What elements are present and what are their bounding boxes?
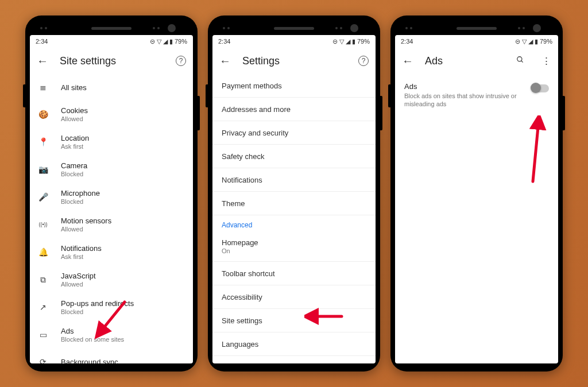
site-settings-item-background-sync[interactable]: ⟳Background sync [30, 349, 193, 363]
item-title: Safety check [222, 152, 366, 161]
item-title: Site settings [222, 316, 366, 325]
wifi-icon: ▽ [157, 38, 161, 45]
site-settings-item-all-sites[interactable]: ≣All sites [30, 74, 193, 100]
item-sub: Blocked [61, 198, 100, 205]
wifi-icon: ▽ [522, 38, 527, 45]
status-time: 2:34 [36, 38, 48, 45]
app-bar: ← Ads ⋮ [395, 48, 558, 74]
item-title: JavaScript [61, 272, 96, 280]
status-bar: 2:34 ⊝ ▽ ◢ ▮ 79% [395, 35, 558, 48]
phone-frame-1: 2:34 ⊝ ▽ ◢ ▮ 79% ← Site settings ? ≣All … [25, 16, 198, 371]
phone-frame-2: 2:34 ⊝ ▽ ◢ ▮ 79% ← Settings ? Payment me… [208, 16, 380, 371]
ads-row-desc: Block ads on sites that show intrusive o… [404, 92, 526, 109]
site-settings-item-pop-ups-and-redirects[interactable]: ↗Pop-ups and redirectsBlocked [30, 293, 193, 321]
advanced-section-label: Advanced [212, 215, 376, 231]
settings-item-homepage[interactable]: HomepageOn [212, 231, 376, 261]
dnd-icon: ⊝ [150, 38, 155, 45]
item-sub: Ask first [61, 143, 89, 150]
back-button[interactable]: ← [402, 55, 413, 68]
item-title: Ads [61, 327, 124, 335]
item-title: Downloads [222, 363, 366, 364]
settings-item-notifications[interactable]: Notifications [212, 168, 376, 191]
site-settings-item-camera[interactable]: 📷CameraBlocked [30, 156, 193, 183]
item-title: Accessibility [222, 293, 366, 301]
settings-item-accessibility[interactable]: Accessibility [212, 285, 376, 308]
site-settings-item-location[interactable]: 📍LocationAsk first [30, 128, 193, 156]
cookie-icon: 🍪 [38, 110, 48, 119]
battery-icon: ▮ [352, 38, 355, 45]
settings-item-payment-methods[interactable]: Payment methods [212, 74, 376, 97]
help-icon[interactable]: ? [358, 56, 369, 66]
settings-item-languages[interactable]: Languages [212, 332, 376, 355]
item-title: Cookies [61, 106, 88, 115]
battery-pct: 79% [540, 38, 552, 45]
search-icon[interactable] [516, 55, 524, 67]
item-title: Notifications [61, 244, 102, 253]
back-button[interactable]: ← [219, 55, 231, 68]
dnd-icon: ⊝ [515, 38, 520, 45]
ads-toggle[interactable] [532, 84, 549, 92]
site-settings-item-cookies[interactable]: 🍪CookiesAllowed [30, 100, 193, 128]
phone-hardware [395, 21, 558, 35]
site-settings-list: ≣All sites🍪CookiesAllowed📍LocationAsk fi… [30, 74, 193, 363]
wifi-icon: ▽ [339, 38, 344, 45]
settings-item-toolbar-shortcut[interactable]: Toolbar shortcut [212, 262, 376, 285]
page-title: Site settings [60, 55, 164, 67]
site-settings-item-motion-sensors[interactable]: ((•))Motion sensorsAllowed [30, 211, 193, 238]
battery-icon: ▮ [535, 38, 538, 45]
item-title: All sites [61, 83, 87, 92]
item-title: Addresses and more [222, 105, 366, 114]
site-settings-item-notifications[interactable]: 🔔NotificationsAsk first [30, 238, 193, 266]
settings-item-theme[interactable]: Theme [212, 192, 376, 215]
status-time: 2:34 [401, 38, 413, 45]
svg-line-1 [521, 61, 523, 63]
app-bar: ← Settings ? [212, 48, 376, 74]
page-title: Settings [242, 55, 347, 67]
item-title: Toolbar shortcut [222, 269, 366, 278]
site-settings-item-javascript[interactable]: ⧉JavaScriptAllowed [30, 266, 193, 293]
item-title: Languages [222, 340, 366, 349]
help-icon[interactable]: ? [176, 56, 186, 66]
pin-icon: 📍 [38, 137, 48, 146]
list-icon: ≣ [38, 83, 48, 92]
battery-icon: ▮ [169, 38, 173, 45]
signal-icon: ◢ [163, 38, 168, 45]
item-sub: Allowed [61, 281, 96, 288]
bell-icon: 🔔 [38, 247, 48, 257]
ads-row-title: Ads [404, 82, 526, 91]
item-sub: On [222, 247, 366, 254]
sync-icon: ⟳ [38, 357, 48, 363]
page-title: Ads [425, 55, 505, 67]
settings-item-safety-check[interactable]: Safety check [212, 145, 376, 168]
item-title: Microphone [61, 189, 100, 198]
item-title: Homepage [222, 238, 366, 247]
item-title: Pop-ups and redirects [61, 299, 134, 308]
item-sub: Allowed [61, 226, 111, 233]
settings-item-addresses-and-more[interactable]: Addresses and more [212, 98, 376, 121]
app-bar: ← Site settings ? [30, 48, 193, 74]
settings-list: Payment methodsAddresses and morePrivacy… [212, 74, 376, 363]
mic-icon: 🎤 [38, 192, 48, 202]
item-title: Location [61, 134, 89, 142]
signal-icon: ◢ [346, 38, 350, 45]
signal-icon: ◢ [528, 38, 533, 45]
ads-toggle-row[interactable]: Ads Block ads on sites that show intrusi… [395, 74, 558, 117]
item-sub: Blocked [61, 308, 134, 315]
back-button[interactable]: ← [37, 55, 48, 68]
settings-item-downloads[interactable]: Downloads [212, 356, 376, 363]
settings-item-privacy-and-security[interactable]: Privacy and security [212, 121, 376, 144]
status-time: 2:34 [218, 38, 230, 45]
svg-point-0 [517, 57, 522, 61]
more-icon[interactable]: ⋮ [541, 55, 551, 67]
popup-icon: ↗ [38, 303, 48, 312]
item-sub: Blocked on some sites [61, 336, 124, 343]
status-bar: 2:34 ⊝ ▽ ◢ ▮ 79% [30, 35, 193, 48]
settings-item-site-settings[interactable]: Site settings [212, 309, 376, 332]
status-bar: 2:34 ⊝ ▽ ◢ ▮ 79% [212, 35, 376, 48]
site-settings-item-ads[interactable]: ▭AdsBlocked on some sites [30, 321, 193, 349]
item-title: Theme [222, 199, 366, 208]
camera-icon: 📷 [38, 165, 48, 174]
item-sub: Allowed [61, 115, 88, 122]
ads-settings-content: Ads Block ads on sites that show intrusi… [395, 74, 558, 363]
site-settings-item-microphone[interactable]: 🎤MicrophoneBlocked [30, 183, 193, 211]
